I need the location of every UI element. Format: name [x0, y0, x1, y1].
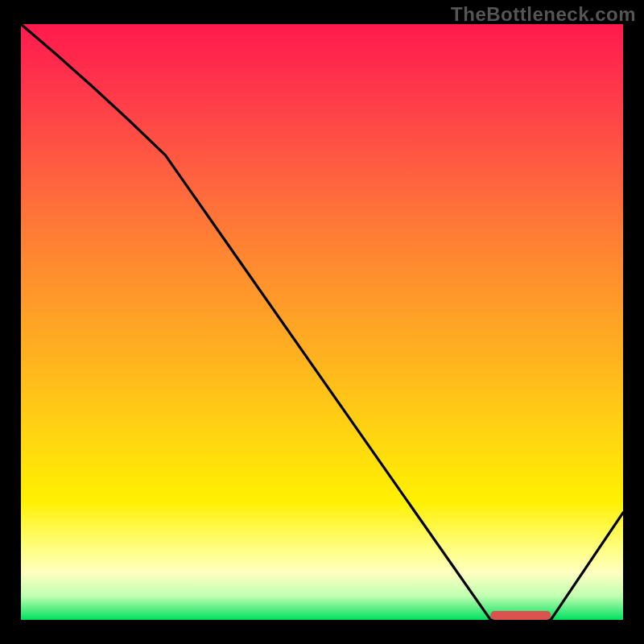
chart-svg — [21, 24, 623, 620]
watermark-label: TheBottleneck.com — [451, 3, 636, 26]
optimal-range-marker — [490, 611, 551, 620]
bottleneck-curve — [21, 24, 623, 621]
chart-plot-area — [21, 24, 623, 620]
